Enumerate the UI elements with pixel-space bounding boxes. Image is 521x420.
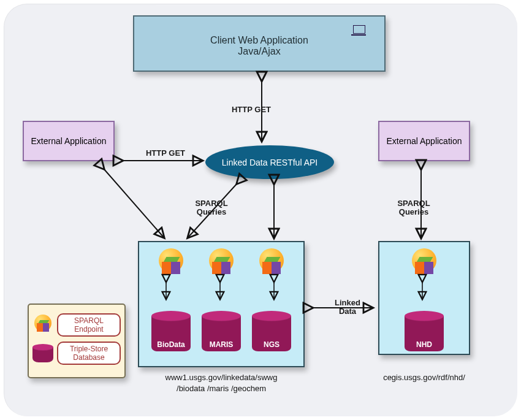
- label-linked-data: Linked Data: [329, 299, 366, 316]
- sparql-endpoint-icon: [32, 315, 53, 335]
- sparql-endpoint-icon: [205, 248, 237, 280]
- label-sparql-left: SPARQL Queries: [187, 199, 236, 217]
- triple-store-db: MARIS: [202, 300, 241, 351]
- external-app-right-label: External Application: [387, 136, 462, 146]
- label-http-get-top: HTTP GET: [224, 105, 279, 114]
- label-http-get-left: HTTP GET: [138, 149, 193, 158]
- triple-store-db: BioData: [151, 300, 191, 351]
- client-subtitle: Java/Ajax: [134, 46, 384, 57]
- datasource-column: BioData: [151, 248, 191, 351]
- diagram-canvas: Client Web Application Java/Ajax Externa…: [4, 4, 517, 416]
- url-right: cegis.usgs.gov/rdf/nhd/: [366, 372, 482, 383]
- triple-store-db: NHD: [405, 300, 444, 351]
- laptop-icon: [353, 25, 366, 36]
- datasource-group-left: BioDataMARISNGS: [138, 241, 305, 367]
- datasource-column: MARIS: [202, 248, 241, 351]
- client-title: Client Web Application: [134, 35, 384, 46]
- db-label: MARIS: [202, 340, 241, 349]
- sparql-endpoint-icon: [408, 248, 440, 280]
- db-label: NHD: [405, 340, 444, 349]
- sparql-endpoint-icon: [256, 248, 287, 280]
- datasource-column: NGS: [252, 248, 291, 351]
- datasource-group-right: NHD: [378, 241, 470, 355]
- svg-line-2: [104, 169, 164, 237]
- triple-store-icon: [32, 344, 53, 362]
- db-label: NGS: [252, 340, 291, 349]
- legend-endpoint-label: SPARQL Endpoint: [57, 313, 121, 337]
- linked-data-api: Linked Data RESTful API: [205, 145, 334, 179]
- url-left: www1.usgs.gov/linkedata/swwg /biodata /m…: [138, 372, 305, 394]
- triple-store-db: NGS: [252, 300, 291, 351]
- db-label: BioData: [151, 340, 191, 349]
- api-label: Linked Data RESTful API: [222, 158, 318, 167]
- legend: SPARQL Endpoint Triple-Store Database: [28, 304, 126, 378]
- external-app-left-label: External Application: [31, 136, 107, 146]
- sparql-endpoint-icon: [155, 248, 187, 280]
- external-app-left: External Application: [23, 121, 115, 161]
- client-web-app-box: Client Web Application Java/Ajax: [133, 15, 386, 72]
- datasource-column: NHD: [405, 248, 444, 351]
- label-sparql-right: SPARQL Queries: [389, 199, 438, 217]
- legend-store-label: Triple-Store Database: [57, 342, 121, 365]
- external-app-right: External Application: [378, 121, 470, 161]
